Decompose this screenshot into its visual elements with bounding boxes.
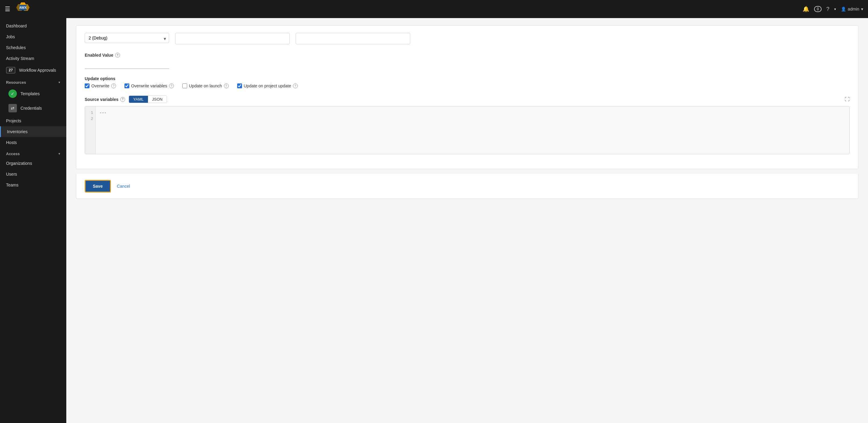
sidebar: Dashboard Jobs Schedules Activity Stream… [0,18,66,423]
source-variables-label: Source variables ? [85,97,125,102]
sidebar-item-label: Dashboard [6,24,27,28]
user-icon: 👤 [841,7,846,11]
credentials-icon: ⇄ [8,104,17,112]
topnav: ☰ AWX 🔔 0 ? ▾ 👤 admin ▾ [0,0,868,18]
update-on-project-update-label: Update on project update [244,84,291,88]
sidebar-item-label: Credentials [21,106,42,110]
field-empty-1[interactable] [175,33,290,44]
enabled-value-input[interactable] [85,60,169,69]
sidebar-item-projects[interactable]: Projects [0,116,66,126]
sidebar-item-label: Activity Stream [6,56,34,61]
verbosity-select-wrap: 0 (Normal) 1 (Verbose) 2 (Debug) 3 (Debu… [85,33,169,44]
main-content: 0 (Normal) 1 (Verbose) 2 (Debug) 3 (Debu… [66,18,868,423]
sidebar-item-jobs[interactable]: Jobs [0,31,66,42]
enabled-value-help-icon[interactable]: ? [115,53,120,58]
update-options-group: Update options Overwrite ? Overwrite var… [85,76,849,88]
sidebar-item-label: Jobs [6,34,15,39]
format-toggle-group: YAML JSON [129,96,167,103]
sidebar-item-organizations[interactable]: Organizations [0,158,66,169]
enabled-value-label: Enabled Value ? [85,53,849,58]
update-on-launch-option[interactable]: Update on launch ? [182,84,229,88]
verbosity-row: 0 (Normal) 1 (Verbose) 2 (Debug) 3 (Debu… [85,33,849,44]
code-content[interactable]: --- [96,106,849,154]
sidebar-item-credentials[interactable]: ⇄ Credentials [0,101,66,116]
sidebar-item-label: Projects [6,119,22,123]
code-line-1: --- [99,110,846,116]
notification-count: 0 [814,6,822,12]
hamburger-menu[interactable]: ☰ [5,5,10,13]
resources-chevron-icon[interactable]: ▾ [59,80,60,84]
source-variables-help-icon[interactable]: ? [120,97,125,102]
access-section-label: Access [6,152,20,156]
expand-editor-icon[interactable]: ⛶ [845,97,849,102]
overwrite-variables-checkbox[interactable] [124,84,129,88]
sidebar-item-workflow-approvals[interactable]: 27 Workflow Approvals [0,64,66,76]
sidebar-item-label: Users [6,172,17,176]
overwrite-checkbox[interactable] [85,84,90,88]
sidebar-item-activity-stream[interactable]: Activity Stream [0,53,66,64]
code-editor[interactable]: 1 2 --- [85,106,849,154]
line-numbers: 1 2 [85,106,96,154]
update-options-label: Update options [85,76,849,81]
update-on-project-update-checkbox[interactable] [237,84,242,88]
user-dropdown-icon[interactable]: ▾ [861,7,863,11]
help-icon[interactable]: ? [827,6,830,12]
app-logo: AWX [15,1,31,17]
templates-status-icon: ✓ [8,90,17,98]
svg-text:AWX: AWX [19,6,27,9]
form-card: 0 (Normal) 1 (Verbose) 2 (Debug) 3 (Debu… [76,25,858,169]
sidebar-item-label: Schedules [6,45,26,50]
overwrite-option[interactable]: Overwrite ? [85,84,116,88]
notification-bell-icon[interactable]: 🔔 [803,6,809,12]
sidebar-section-access: Access ▾ [0,148,66,158]
source-variables-group: Source variables ? YAML JSON ⛶ 1 2 [85,96,849,154]
sidebar-item-dashboard[interactable]: Dashboard [0,21,66,31]
sidebar-item-label: Inventories [7,129,27,134]
update-on-project-update-help-icon[interactable]: ? [293,84,298,88]
save-button[interactable]: Save [85,180,111,193]
awx-logo-icon: AWX [15,1,31,17]
topnav-right: 🔔 0 ? ▾ 👤 admin ▾ [803,6,863,12]
overwrite-help-icon[interactable]: ? [111,84,116,88]
help-dropdown-icon[interactable]: ▾ [834,7,836,11]
update-on-project-update-option[interactable]: Update on project update ? [237,84,298,88]
overwrite-label: Overwrite [91,84,110,88]
user-menu[interactable]: 👤 admin ▾ [841,7,863,11]
sidebar-item-hosts[interactable]: Hosts [0,137,66,148]
sidebar-item-label: Workflow Approvals [19,68,56,73]
verbosity-select[interactable]: 0 (Normal) 1 (Verbose) 2 (Debug) 3 (Debu… [85,33,169,43]
sidebar-item-inventories[interactable]: Inventories [0,126,66,137]
yaml-toggle-button[interactable]: YAML [129,96,148,103]
access-chevron-icon[interactable]: ▾ [59,152,60,156]
enabled-value-group: Enabled Value ? [85,53,849,69]
app-layout: Dashboard Jobs Schedules Activity Stream… [0,18,868,423]
sidebar-item-label: Organizations [6,161,32,166]
sidebar-item-label: Teams [6,183,19,187]
cancel-button[interactable]: Cancel [117,184,130,189]
sidebar-item-templates[interactable]: ✓ Templates [0,87,66,101]
json-toggle-button[interactable]: JSON [148,96,167,103]
overwrite-variables-option[interactable]: Overwrite variables ? [124,84,174,88]
overwrite-variables-label: Overwrite variables [131,84,167,88]
sidebar-item-label: Templates [21,91,40,96]
field-empty-2[interactable] [296,33,410,44]
resources-section-label: Resources [6,80,26,85]
source-variables-header: Source variables ? YAML JSON ⛶ [85,96,849,103]
overwrite-variables-help-icon[interactable]: ? [169,84,174,88]
update-options-row: Overwrite ? Overwrite variables ? Update… [85,84,849,88]
sidebar-item-schedules[interactable]: Schedules [0,42,66,53]
actions-row: Save Cancel [76,174,858,199]
username-label: admin [848,7,859,11]
update-on-launch-label: Update on launch [189,84,222,88]
workflow-approvals-badge: 27 [6,67,16,73]
update-on-launch-help-icon[interactable]: ? [224,84,229,88]
sidebar-item-users[interactable]: Users [0,169,66,180]
sidebar-item-label: Hosts [6,140,17,145]
sidebar-item-teams[interactable]: Teams [0,180,66,190]
sidebar-section-resources: Resources ▾ [0,76,66,87]
update-on-launch-checkbox[interactable] [182,84,187,88]
code-line-2 [99,116,846,122]
